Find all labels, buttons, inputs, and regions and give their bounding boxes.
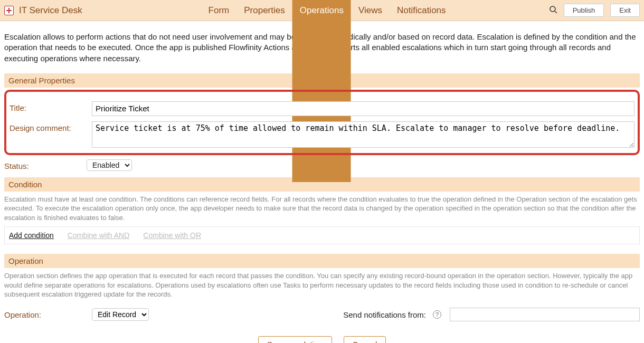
operation-help-text: Operation section defines the app operat… — [4, 271, 640, 299]
title-input[interactable] — [92, 101, 634, 116]
design-comment-label: Design comment: — [10, 121, 92, 132]
page-header: IT Service Desk Form Properties Operatio… — [0, 0, 644, 21]
search-icon[interactable] — [549, 5, 557, 15]
design-comment-input[interactable] — [92, 121, 634, 148]
exit-button[interactable]: Exit — [610, 4, 640, 17]
operation-label: Operation: — [4, 310, 87, 319]
notification-from-input[interactable] — [450, 308, 640, 321]
combine-and-link: Combine with AND — [68, 231, 130, 240]
operation-row: Operation: Edit Record Send notification… — [4, 308, 640, 321]
action-buttons: Save escalation Cancel — [4, 336, 640, 343]
status-label: Status: — [4, 159, 87, 170]
row-title: Title: — [10, 101, 634, 116]
app-icon — [4, 6, 14, 15]
general-highlight-box: Title: Design comment: — [4, 90, 640, 155]
notification-from-label: Send notifications from: — [343, 310, 426, 319]
cancel-button[interactable]: Cancel — [344, 336, 386, 343]
operation-select[interactable]: Edit Record — [92, 308, 149, 321]
publish-button[interactable]: Publish — [564, 4, 604, 17]
section-header-operation: Operation — [4, 254, 640, 268]
status-select[interactable]: Enabled — [87, 159, 132, 171]
condition-link-bar: Add condition Combine with AND Combine w… — [4, 226, 640, 244]
save-escalation-button[interactable]: Save escalation — [258, 336, 332, 343]
help-icon[interactable]: ? — [433, 310, 441, 319]
svg-line-1 — [555, 11, 557, 13]
combine-or-link: Combine with OR — [143, 231, 201, 240]
title-label: Title: — [10, 101, 92, 112]
row-design-comment: Design comment: — [10, 121, 634, 148]
svg-point-0 — [550, 6, 555, 12]
app-title: IT Service Desk — [19, 5, 82, 16]
add-condition-link[interactable]: Add condition — [9, 231, 54, 240]
condition-help-text: Escalation must have at least one condit… — [4, 195, 640, 223]
